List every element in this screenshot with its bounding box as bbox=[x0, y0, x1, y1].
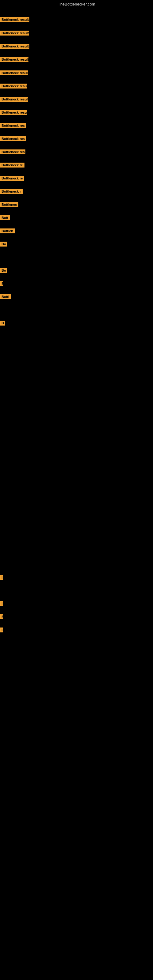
bottleneck-badge-row: Bottleneck re bbox=[0, 176, 24, 182]
bottleneck-badge: Bottleneck resu bbox=[0, 84, 27, 89]
bottleneck-badge: | bbox=[0, 601, 3, 606]
bottleneck-badge-row: Bottleneck result bbox=[0, 97, 28, 103]
bottleneck-badge-row: Bottleneck result bbox=[0, 30, 29, 37]
bottleneck-badge-row: Bo bbox=[0, 242, 7, 248]
bottleneck-badge-row: B bbox=[0, 627, 3, 634]
bottleneck-badge: Bottleneck result bbox=[0, 17, 29, 22]
bottleneck-badge: Bottleneck re bbox=[0, 176, 24, 181]
bottleneck-badge: Bo bbox=[0, 268, 7, 273]
bottleneck-badge: Bottleneck result bbox=[0, 57, 29, 62]
bottleneck-badge-row: B bbox=[0, 281, 3, 287]
bottleneck-badge-row: Bott bbox=[0, 215, 10, 221]
bottleneck-badge: B bbox=[0, 321, 5, 326]
bottleneck-badge: Bottleneck resul bbox=[0, 70, 28, 75]
bottleneck-badge: Bottlenec bbox=[0, 202, 18, 207]
bottleneck-badge-row: Bottl bbox=[0, 294, 11, 301]
bottleneck-badge: | bbox=[0, 575, 3, 580]
bottleneck-badge-row: Bottleneck res bbox=[0, 150, 26, 156]
bottleneck-badge-row: Bottleneck re bbox=[0, 162, 24, 169]
bottleneck-badge-row: B bbox=[0, 321, 5, 327]
bottleneck-badge: Bottleneck resu bbox=[0, 110, 27, 115]
bottleneck-badge: Bottleneck res bbox=[0, 123, 26, 128]
bottleneck-badge-row: Bottlen bbox=[0, 229, 15, 235]
bottleneck-badge: Bottleneck result bbox=[0, 97, 28, 102]
bottleneck-badge: Bottleneck r bbox=[0, 189, 22, 194]
bottleneck-badge: Bott bbox=[0, 215, 10, 220]
bottleneck-badge-row: Bottleneck result bbox=[0, 44, 29, 50]
bottleneck-badge: Bottleneck res bbox=[0, 136, 26, 141]
bottleneck-badge-row: Bottlenec bbox=[0, 202, 18, 208]
bottleneck-badge: Bo bbox=[0, 242, 7, 247]
bottleneck-badge-row: Bo bbox=[0, 268, 7, 274]
bottleneck-badge: Bottl bbox=[0, 294, 11, 299]
bottleneck-badge-row: Bottleneck resu bbox=[0, 110, 27, 116]
bottleneck-badge-row: | bbox=[0, 601, 3, 607]
bottleneck-badge-row: Bottleneck res bbox=[0, 123, 26, 129]
bottleneck-badge-row: Bottleneck result bbox=[0, 57, 29, 63]
bottleneck-badge: Bottleneck result bbox=[0, 44, 29, 49]
bottleneck-badge: B bbox=[0, 281, 3, 286]
bottleneck-badge: Bottleneck res bbox=[0, 150, 26, 154]
bottleneck-badge: Bottleneck re bbox=[0, 162, 24, 167]
bottleneck-badge-row: Bottleneck res bbox=[0, 136, 26, 142]
bottleneck-badge: Bottleneck result bbox=[0, 30, 29, 35]
bottleneck-badge-row: Bottleneck r bbox=[0, 189, 22, 195]
bottleneck-badge: B bbox=[0, 614, 3, 619]
bottleneck-badge-row: Bottleneck resul bbox=[0, 70, 28, 76]
bottleneck-badge: B bbox=[0, 627, 3, 632]
bottleneck-badge-row: | bbox=[0, 575, 3, 581]
site-title: TheBottlenecker.com bbox=[0, 0, 153, 8]
bottleneck-badge-row: Bottleneck resu bbox=[0, 84, 27, 90]
bottleneck-badge-row: B bbox=[0, 614, 3, 620]
bottleneck-badge: Bottlen bbox=[0, 229, 15, 233]
bottleneck-badge-row: Bottleneck result bbox=[0, 17, 29, 23]
